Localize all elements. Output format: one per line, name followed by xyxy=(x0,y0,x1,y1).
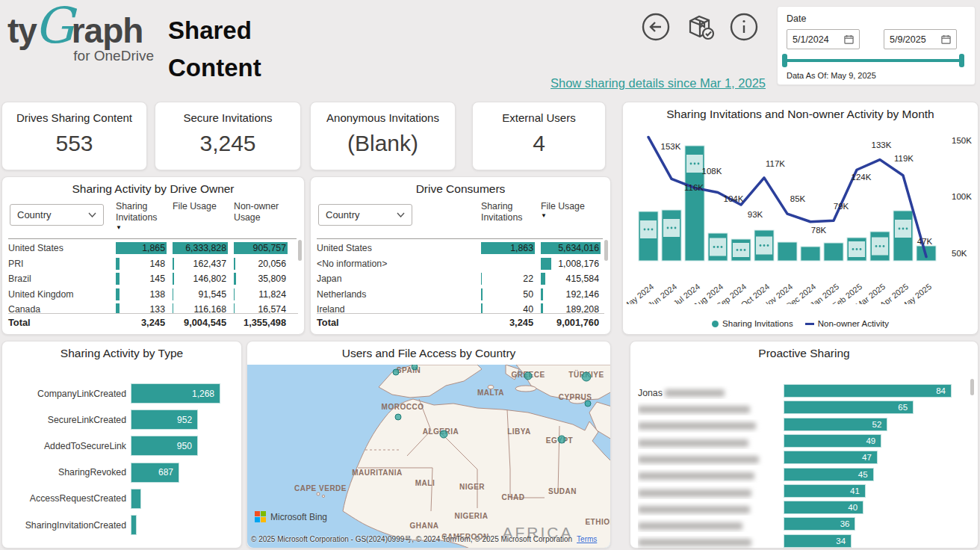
bar-sharing-invitations[interactable] xyxy=(778,242,797,261)
bing-map[interactable]: SPAINGREECETÜRKIYEMALTACYPRUSMOROCCOALGE… xyxy=(247,365,610,548)
type-bar-row[interactable]: SharingInvitationCreated xyxy=(7,515,238,535)
table-scrollbar[interactable] xyxy=(604,240,608,261)
legend-item-non-owner-activity[interactable]: Non-owner Activity xyxy=(805,319,889,328)
proactive-bar-row[interactable]: 40 xyxy=(638,501,974,514)
data-bar[interactable] xyxy=(541,288,543,300)
table-row[interactable]: Brazil145146,80235,809 xyxy=(8,271,297,287)
column-header[interactable]: File Usage xyxy=(173,201,228,212)
table-scrollbar[interactable] xyxy=(298,240,302,261)
proactive-bar-row[interactable]: 52 xyxy=(638,418,974,431)
type-bar-row[interactable]: CompanyLinkCreated1,268 xyxy=(7,383,238,404)
map-data-bubble[interactable] xyxy=(412,365,418,370)
type-bar-row[interactable]: SharingRevoked687 xyxy=(7,463,238,483)
type-bar[interactable]: 687 xyxy=(131,463,179,483)
type-bar-row[interactable]: AccessRequestCreated xyxy=(7,489,238,509)
table-row[interactable]: PRI148162,43720,056 xyxy=(8,256,297,272)
data-bar[interactable] xyxy=(173,288,173,300)
proactive-bar[interactable]: 49 xyxy=(784,434,881,448)
proactive-bar-row[interactable]: Jonas 84 xyxy=(638,384,974,398)
date-start-input[interactable]: 5/1/2024 xyxy=(787,29,860,49)
column-header[interactable]: Non-owner Usage xyxy=(234,201,288,224)
table-row[interactable]: Japan22415,584 xyxy=(317,271,603,287)
map-data-bubble[interactable] xyxy=(524,372,532,380)
line-data-label: 117K xyxy=(766,159,785,168)
data-bar[interactable] xyxy=(541,273,545,285)
type-bar-row[interactable]: SecureLinkCreated952 xyxy=(7,410,238,430)
table-row[interactable]: United States1,8656,333,828905,757 xyxy=(8,241,297,256)
date-end-input[interactable]: 5/9/2025 xyxy=(884,29,957,49)
proactive-bar-row[interactable]: 49 xyxy=(638,434,974,448)
legend-item-sharing-invitations[interactable]: Sharing Invitations xyxy=(712,319,793,328)
data-bar[interactable] xyxy=(481,273,482,285)
proactive-bar[interactable]: 47 xyxy=(784,451,878,464)
column-header[interactable]: Sharing Invitations▼ xyxy=(116,201,167,232)
column-header[interactable]: File Usage▼ xyxy=(541,201,601,220)
proactive-bar[interactable]: 65 xyxy=(784,401,914,414)
proactive-bar-row[interactable]: 41 xyxy=(638,484,974,498)
data-cell: 22 xyxy=(481,272,535,285)
proactive-bar[interactable]: 84 xyxy=(784,384,952,398)
proactive-bar-row[interactable]: 36 xyxy=(638,517,974,531)
data-bar[interactable] xyxy=(234,273,236,285)
column-header[interactable]: Sharing Invitations xyxy=(481,201,535,224)
type-bar[interactable]: 952 xyxy=(131,410,198,430)
row-country-label: United States xyxy=(8,243,114,253)
proactive-bar-row[interactable]: 65 xyxy=(638,401,974,414)
table-row[interactable]: Netherlands50192,146 xyxy=(317,287,603,303)
map-terms-link[interactable]: Terms xyxy=(577,535,597,543)
proactive-bar[interactable]: 34 xyxy=(784,534,852,548)
back-button-icon[interactable] xyxy=(641,12,671,42)
country-filter-dropdown[interactable]: Country xyxy=(318,204,412,226)
data-bar[interactable] xyxy=(116,273,120,285)
map-data-bubble[interactable] xyxy=(395,414,401,420)
row-country-label: PRI xyxy=(8,259,114,269)
info-button-icon[interactable] xyxy=(729,12,759,42)
map-data-bubble[interactable] xyxy=(585,401,591,407)
proactive-bar[interactable]: 41 xyxy=(784,484,866,498)
line-data-label: 116K xyxy=(684,183,704,192)
slider-handle-end[interactable] xyxy=(959,54,964,67)
proactive-scrollbar[interactable] xyxy=(970,379,974,395)
table-row[interactable]: United States1,8635,634,016 xyxy=(317,241,603,256)
data-bar[interactable] xyxy=(173,258,174,270)
data-bar[interactable] xyxy=(234,258,235,270)
bar-sharing-invitations[interactable] xyxy=(824,243,843,261)
package-check-icon[interactable] xyxy=(684,12,716,42)
proactive-bar[interactable]: 40 xyxy=(784,501,863,514)
data-bar[interactable] xyxy=(234,288,235,300)
proactive-bar[interactable]: 52 xyxy=(784,418,887,431)
type-bar[interactable]: 950 xyxy=(131,436,198,456)
calendar-icon[interactable] xyxy=(844,34,854,44)
type-bar-row[interactable]: AddedToSecureLink950 xyxy=(7,436,238,456)
proactive-bar-row[interactable]: 34 xyxy=(638,534,974,548)
date-range-slider[interactable] xyxy=(784,59,963,62)
panel-invitations-by-month-chart: Sharing Invitations and Non-owner Activi… xyxy=(622,102,979,335)
calendar-icon[interactable] xyxy=(941,34,951,44)
table-row[interactable]: United Kingdom13891,54511,824 xyxy=(8,287,297,303)
map-data-bubble[interactable] xyxy=(582,372,591,381)
map-data-bubble[interactable] xyxy=(440,430,447,438)
type-bar[interactable] xyxy=(131,515,137,535)
data-bar[interactable] xyxy=(116,288,120,300)
show-sharing-details-link[interactable]: Show sharing details since Mar 1, 2025 xyxy=(448,76,766,90)
data-bar[interactable] xyxy=(481,288,483,300)
table-row[interactable]: <No information>1,008,176 xyxy=(317,256,603,272)
proactive-bar-row[interactable]: 47 xyxy=(638,451,974,464)
proactive-bar[interactable]: 45 xyxy=(784,468,874,481)
map-data-bubble[interactable] xyxy=(558,436,565,443)
proactive-bar-row[interactable]: 45 xyxy=(638,468,974,481)
bar-sharing-invitations[interactable] xyxy=(801,247,820,261)
type-bar[interactable] xyxy=(131,489,141,509)
data-as-of-label: Data As Of: May 9, 2025 xyxy=(787,71,876,80)
country-filter-dropdown[interactable]: Country xyxy=(10,204,104,226)
data-bar[interactable] xyxy=(116,258,120,270)
data-bar[interactable] xyxy=(173,273,174,285)
ellipsis-dots-icon xyxy=(879,245,881,247)
data-bar[interactable] xyxy=(541,258,551,270)
slider-handle-start[interactable] xyxy=(782,54,787,67)
invitations-by-month-chart[interactable]: 150K100K50KMay 2024Jun 2024Jul 2024Aug 2… xyxy=(625,126,976,304)
map-country-label: NIGER xyxy=(459,483,485,491)
proactive-bar[interactable]: 36 xyxy=(784,517,855,531)
map-data-bubble[interactable] xyxy=(393,369,399,375)
type-bar[interactable]: 1,268 xyxy=(131,383,220,404)
